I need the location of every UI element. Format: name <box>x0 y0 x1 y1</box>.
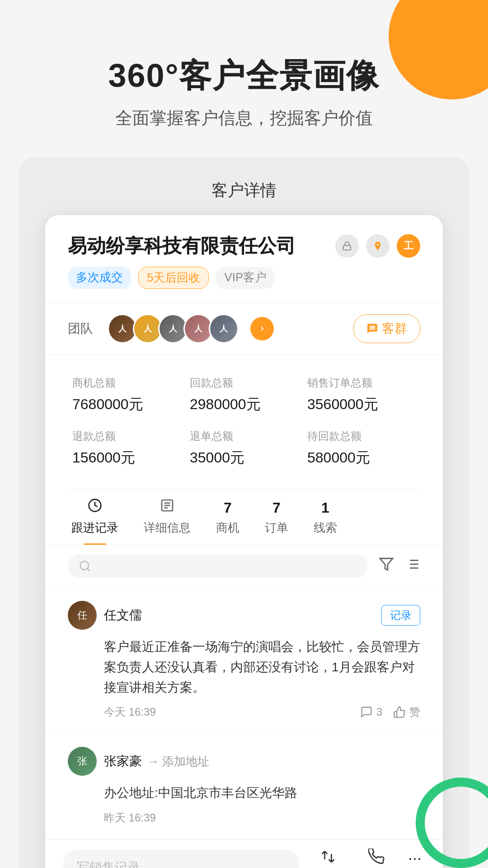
tab-follow-up-label: 跟进记录 <box>71 520 118 536</box>
tab-clue-label: 线索 <box>314 520 337 536</box>
start-flow-button[interactable]: 发起流程 <box>308 849 348 868</box>
search-actions <box>379 557 420 576</box>
record-item-2: 张 张家豪 → 添加地址 办公地址:中国北京市丰台区光华路 昨天 16:39 <box>45 733 443 839</box>
stat-sales-order-label: 销售订单总额 <box>307 376 416 390</box>
tab-clue[interactable]: 1 线索 <box>301 491 350 545</box>
like-label: 赞 <box>409 705 420 719</box>
tab-opportunity-label: 商机 <box>216 520 239 536</box>
record-1-name: 任文儒 <box>104 607 142 624</box>
team-label: 团队 <box>68 320 93 337</box>
stat-opportunity: 商机总额 7680000元 <box>68 368 185 422</box>
stat-refund-value: 156000元 <box>72 448 181 468</box>
stat-opportunity-label: 商机总额 <box>72 376 181 390</box>
search-icon <box>79 560 91 572</box>
stat-cancel-order-value: 35000元 <box>190 448 298 468</box>
record-2-user: 张 张家豪 → 添加地址 <box>68 747 209 776</box>
like-icon <box>393 706 406 718</box>
stats-grid: 商机总额 7680000元 回款总额 2980000元 销售订单总额 35600… <box>68 355 420 489</box>
avatar-more-button[interactable] <box>250 317 274 340</box>
hero-title: 360°客户全景画像 <box>0 54 488 98</box>
work-icon[interactable]: 工 <box>397 234 420 258</box>
record-1-user: 任 任文儒 <box>68 601 142 630</box>
company-header: 易动纷享科技有限责任公司 工 <box>45 215 443 303</box>
search-bar <box>45 545 443 587</box>
lock-icon[interactable] <box>335 234 359 258</box>
record-2-address: 办公地址:中国北京市丰台区光华路 <box>104 783 420 803</box>
tab-order[interactable]: 7 订单 <box>252 491 301 545</box>
search-input-wrap[interactable] <box>68 554 368 578</box>
tab-order-number: 7 <box>272 500 281 516</box>
fg-card: 易动纷享科技有限责任公司 工 <box>45 215 443 868</box>
svg-marker-7 <box>380 558 393 570</box>
comment-icon <box>360 706 373 718</box>
record-2-footer: 昨天 16:39 <box>104 811 420 825</box>
filter-icon[interactable] <box>379 557 394 576</box>
chat-group-label: 客群 <box>382 320 407 337</box>
record-1-footer: 今天 16:39 3 <box>104 705 420 719</box>
record-1-actions: 3 赞 <box>360 705 420 719</box>
comment-button[interactable]: 3 <box>360 706 382 718</box>
hero-subtitle: 全面掌握客户信息，挖掘客户价值 <box>0 107 488 130</box>
svg-rect-0 <box>343 245 351 250</box>
avatar-5: 人 <box>209 314 239 344</box>
tab-opportunity[interactable]: 7 商机 <box>203 491 252 545</box>
phone-icon <box>368 849 385 868</box>
tag-row: 多次成交 5天后回收 VIP客户 <box>68 267 420 289</box>
detail-info-icon <box>160 498 174 516</box>
stat-cancel-order-label: 退单总额 <box>190 429 298 443</box>
bg-card-title: 客户详情 <box>45 179 443 202</box>
avatars: 人 人 人 人 人 <box>108 314 239 344</box>
record-item-1: 任 任文儒 记录 客户最近正准备一场海宁的演唱会，比较忙，会员管理方案负责人还没… <box>45 587 443 733</box>
bottom-bar: 写销售记录 发起流程 <box>45 839 443 868</box>
more-icon: ··· <box>408 849 422 868</box>
tab-bar: 跟进记录 详细信息 7 商机 <box>45 489 443 545</box>
record-2-action: → 添加地址 <box>147 754 209 769</box>
stat-refund: 退款总额 156000元 <box>68 422 185 475</box>
record-1-content: 客户最近正准备一场海宁的演唱会，比较忙，会员管理方案负责人还没认真看，内部还没有… <box>104 637 420 698</box>
stat-pending-repayment-label: 待回款总额 <box>307 429 416 443</box>
sort-icon[interactable] <box>405 557 420 576</box>
svg-point-6 <box>80 561 89 570</box>
like-button[interactable]: 赞 <box>393 705 420 719</box>
stat-refund-label: 退款总额 <box>72 429 181 443</box>
tag-multiple-deal: 多次成交 <box>68 267 131 289</box>
hero-section: 360°客户全景画像 全面掌握客户信息，挖掘客户价值 <box>0 0 488 157</box>
comment-count: 3 <box>376 706 382 718</box>
record-2-avatar: 张 <box>68 747 97 776</box>
company-name: 易动纷享科技有限责任公司 <box>68 233 296 259</box>
record-2-name: 张家豪 <box>104 753 142 770</box>
stat-repayment: 回款总额 2980000元 <box>185 368 303 422</box>
stat-repayment-label: 回款总额 <box>190 376 298 390</box>
stat-cancel-order: 退单总额 35000元 <box>185 422 303 475</box>
more-button[interactable]: ··· 更多 <box>405 849 425 868</box>
tab-detail-info-label: 详细信息 <box>144 520 191 536</box>
stat-pending-repayment-value: 580000元 <box>307 448 416 468</box>
flow-icon <box>320 849 336 868</box>
tab-opportunity-number: 7 <box>224 500 232 516</box>
tag-vip: VIP客户 <box>216 267 275 289</box>
tab-follow-up[interactable]: 跟进记录 <box>59 489 131 545</box>
stat-sales-order-value: 3560000元 <box>307 395 416 415</box>
location-icon[interactable] <box>366 234 389 258</box>
record-1-avatar: 任 <box>68 601 97 630</box>
record-2-header: 张 张家豪 → 添加地址 <box>68 747 420 776</box>
tab-detail-info[interactable]: 详细信息 <box>131 489 203 545</box>
chat-group-button[interactable]: 客群 <box>353 314 420 343</box>
tab-order-label: 订单 <box>265 520 288 536</box>
record-2-header-row: 张家豪 → 添加地址 <box>104 753 209 770</box>
record-2-time: 昨天 16:39 <box>104 811 156 825</box>
bg-card: 客户详情 易动纷享科技有限责任公司 <box>18 157 470 868</box>
team-section: 团队 人 人 人 人 <box>45 303 443 355</box>
record-1-header: 任 任文儒 记录 <box>68 601 420 630</box>
record-1-time: 今天 16:39 <box>104 705 156 719</box>
tab-clue-number: 1 <box>321 500 329 516</box>
stat-pending-repayment: 待回款总额 580000元 <box>303 422 420 475</box>
call-button[interactable]: 打电话 <box>361 849 391 868</box>
bottom-actions: 发起流程 打电话 ··· 更多 <box>308 849 425 868</box>
write-record-input[interactable]: 写销售记录 <box>63 850 299 868</box>
stat-opportunity-value: 7680000元 <box>72 395 181 415</box>
card-area: 客户详情 易动纷享科技有限责任公司 <box>18 157 470 868</box>
tag-recycle: 5天后回收 <box>138 267 209 289</box>
stat-repayment-value: 2980000元 <box>190 395 298 415</box>
follow-up-icon <box>88 498 102 516</box>
